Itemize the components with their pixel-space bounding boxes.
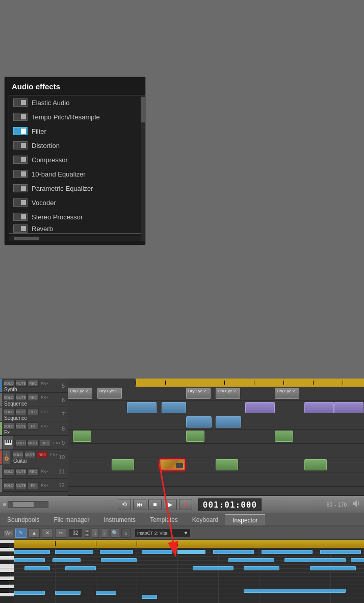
select-tool[interactable]: ▲ [29, 529, 40, 538]
effect-item-10band-eq[interactable]: 10-band Equalizer [9, 167, 141, 181]
clip-synth-1[interactable]: Dry Eye 2... [68, 388, 92, 399]
piano-key-a4[interactable] [0, 548, 14, 552]
track-solo-10[interactable]: SOLO [12, 451, 23, 458]
track-mute-11[interactable]: MUTE [15, 468, 27, 475]
track-solo-9[interactable]: SOLO [15, 440, 27, 447]
clip-fx-1[interactable] [73, 431, 91, 442]
note-bar[interactable] [310, 566, 356, 570]
track-solo-8[interactable]: SOLO [3, 422, 14, 430]
note-bar[interactable] [55, 550, 93, 554]
clip-guitar-1[interactable] [112, 459, 134, 470]
tab-instruments[interactable]: Instruments [96, 514, 143, 525]
note-bar[interactable] [14, 550, 50, 554]
clip-seq7-2[interactable] [216, 416, 241, 428]
quantize-down[interactable]: ▼ [85, 533, 90, 537]
effect-item-tempo-pitch[interactable]: Tempo Pitch/Resample [9, 110, 141, 124]
note-grid[interactable] [14, 540, 364, 603]
effect-toggle-filter[interactable] [13, 127, 28, 135]
note-bar[interactable] [213, 550, 254, 554]
pencil-tool[interactable]: ✎ [15, 529, 27, 538]
clip-seq-3[interactable] [245, 402, 275, 413]
stop-button[interactable]: ■ [148, 499, 162, 510]
effect-toggle-distortion[interactable] [13, 141, 28, 149]
clip-fx-2[interactable] [186, 431, 204, 442]
note-bar[interactable] [193, 566, 233, 570]
track-solo-5[interactable]: SOLO [3, 380, 14, 387]
piano-key-b4[interactable] [0, 544, 9, 548]
clip-seq-4[interactable] [304, 402, 334, 413]
quantize-up[interactable]: ▲ [85, 529, 90, 533]
note-bar[interactable] [65, 566, 96, 570]
piano-key-d4[interactable] [0, 568, 14, 572]
clip-synth-5[interactable]: Dry Eye 2... [275, 388, 299, 399]
effect-item-elastic-audio[interactable]: Elastic Audio [9, 95, 141, 110]
clip-seq7-1[interactable] [186, 416, 212, 428]
track-rec-10[interactable]: REC [37, 451, 48, 458]
track-rec-6[interactable]: REC [28, 394, 39, 401]
track-mute-5[interactable]: MUTE [15, 380, 27, 387]
track-mute-7[interactable]: MUTE [15, 408, 27, 415]
record-button[interactable]: ● [179, 499, 192, 510]
clip-seq-2[interactable] [162, 402, 186, 413]
track-rec-9[interactable]: REC [40, 440, 51, 447]
track-rec-11[interactable]: REC [28, 468, 39, 475]
effect-toggle-elastic-audio[interactable] [13, 98, 28, 107]
effect-item-vocoder[interactable]: Vocoder [9, 195, 141, 210]
piano-key-g4[interactable] [0, 556, 14, 560]
note-bar[interactable] [55, 591, 81, 595]
track-rec-7[interactable]: REC [28, 408, 39, 415]
clip-synth-4[interactable]: Dry Eye 2... [216, 388, 240, 399]
note-bar[interactable] [142, 550, 172, 554]
quantize-stepper[interactable]: ▲ ▼ [85, 529, 90, 537]
track-solo-6[interactable]: SOLO [3, 394, 14, 401]
tab-keyboard[interactable]: Keyboard [185, 514, 225, 525]
piano-key-a3[interactable] [0, 585, 14, 589]
note-bar[interactable] [24, 566, 50, 570]
back-button[interactable]: ⏮ [133, 499, 146, 510]
note-bar-selected[interactable] [177, 550, 205, 554]
piano-key-c4[interactable] [0, 576, 14, 581]
note-bar[interactable] [284, 558, 346, 562]
note-bar[interactable] [228, 558, 274, 562]
snap-toggle[interactable]: ⌂ [121, 529, 131, 538]
effect-item-reverb[interactable]: Reverb [9, 224, 141, 233]
effect-item-stereo-processor[interactable]: Stereo Processor [9, 210, 141, 224]
tab-soundpools[interactable]: Soundpools [0, 514, 46, 525]
track-mute-9[interactable]: MUTE [28, 440, 39, 447]
piano-key-f4[interactable] [0, 560, 9, 564]
transport-scroll[interactable] [8, 501, 48, 508]
note-bar[interactable] [100, 550, 133, 554]
note-bar[interactable] [96, 591, 116, 595]
effect-toggle-10band-eq[interactable] [13, 170, 28, 178]
track-solo-12[interactable]: SOLO [3, 482, 14, 489]
tab-file-manager[interactable]: File manager [46, 514, 96, 525]
instrument-dropdown[interactable]: InstoCT 2: Vita ▼ [135, 529, 191, 538]
effect-toggle-reverb[interactable] [13, 224, 28, 233]
effect-item-filter[interactable]: Filter [9, 124, 141, 138]
note-bar[interactable] [244, 566, 279, 570]
play-button[interactable]: ▶ [164, 499, 177, 510]
cut-tool[interactable]: ✂ [55, 529, 66, 538]
effect-item-distortion[interactable]: Distortion [9, 138, 141, 153]
effect-toggle-stereo-processor[interactable] [13, 213, 28, 221]
effect-toggle-vocoder[interactable] [13, 198, 28, 207]
rewind-button[interactable]: ⟲ [118, 499, 131, 510]
track-solo-7[interactable]: SOLO [3, 408, 14, 415]
track-fx-btn-12[interactable]: FX [28, 482, 39, 489]
zoom-tool[interactable]: 🔍 [110, 529, 119, 538]
track-solo-11[interactable]: SOLO [3, 468, 14, 475]
track-fx-btn-8[interactable]: FX [28, 422, 39, 430]
note-bar[interactable] [262, 550, 313, 554]
track-rec-5[interactable]: REC [28, 380, 39, 387]
note-bar[interactable] [14, 591, 45, 595]
track-mute-10[interactable]: MUTE [24, 451, 36, 458]
effect-toggle-parametric-eq[interactable] [13, 184, 28, 192]
note-bar[interactable] [320, 550, 361, 554]
track-mute-12[interactable]: MUTE [15, 482, 27, 489]
note-bar[interactable] [244, 589, 346, 593]
note-bar[interactable] [53, 558, 81, 562]
effect-item-compressor[interactable]: Compressor [9, 153, 141, 167]
piano-key-c5[interactable] [0, 540, 14, 544]
clip-fx-3[interactable] [275, 431, 293, 442]
clip-seq-5[interactable] [334, 402, 363, 413]
